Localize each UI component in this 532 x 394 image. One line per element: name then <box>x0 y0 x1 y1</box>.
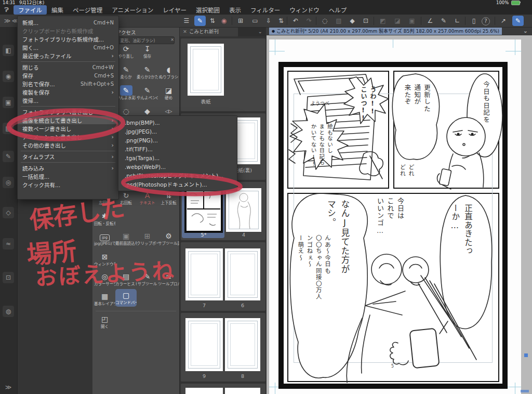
menu-item-batch-process[interactable]: 一括処理... <box>18 172 118 180</box>
menu-item-new[interactable]: 新規...Cmd+N <box>18 18 118 27</box>
selection-launcher-icon[interactable]: ◌ <box>319 16 330 26</box>
tool-icon-5[interactable]: ✎ <box>3 151 14 162</box>
expand-selection-icon[interactable]: ◪ <box>392 16 403 26</box>
qa-clipboard[interactable]: ⊞ クリップボー <box>137 231 158 246</box>
menu-animation[interactable]: アニメーション <box>112 6 153 14</box>
page-thumbnail-8[interactable] <box>225 318 260 371</box>
tab-chevron-down-icon[interactable]: ⌄ <box>258 27 262 36</box>
page-thumbnail-4[interactable] <box>226 188 261 232</box>
menu-view[interactable]: 表示 <box>229 6 241 14</box>
tool-switch-chevrons-icon[interactable]: ⇅ <box>207 16 218 26</box>
page-thumbnail[interactable] <box>185 388 223 394</box>
menu-file[interactable]: ファイル <box>14 5 47 15</box>
qa-open[interactable]: ◰ 開く <box>94 314 115 330</box>
document-tab[interactable]: ✕こみとれ新刊 <box>180 27 238 36</box>
menu-item-save[interactable]: 保存Cmd+S <box>18 71 118 80</box>
correct-line-icon[interactable]: ✎ <box>438 16 449 26</box>
qa-save[interactable]: ↧ 保存 <box>137 44 158 59</box>
document-title[interactable]: ● こみとれ新刊* 5/20 (A4 210.00 x 297.00mm 製本サ… <box>269 28 502 35</box>
submenu-item-webp[interactable]: .webp(WebP)... <box>118 162 237 171</box>
vector-line-icon[interactable]: ∟ <box>451 16 463 26</box>
redo-icon[interactable]: ↷ <box>303 16 315 26</box>
qa-bucket[interactable]: ◆ <box>137 106 158 116</box>
tool-icon-10[interactable]: ◍ <box>3 306 14 317</box>
menu-item-revert[interactable]: 復帰... <box>18 96 118 104</box>
menu-filter[interactable]: フィルター <box>250 6 280 14</box>
tool-icon-8[interactable]: ≈ <box>3 238 14 249</box>
corner-collapse-icon[interactable]: ≫ <box>3 382 14 393</box>
qa-eraser-hard[interactable]: ◪ 硬め <box>158 85 179 101</box>
tool-icon-7[interactable]: ◇ <box>3 207 14 218</box>
menu-window[interactable]: ウィンドウ <box>289 6 320 14</box>
open-folder-icon[interactable]: ▭ <box>249 16 261 26</box>
menu-item-export-flattened[interactable]: 画像を統合して書き出し› <box>18 116 118 124</box>
menu-item-export-other[interactable]: その他の書き出し› <box>18 141 118 149</box>
menu-item-recent-files[interactable]: 最近使ったファイル› <box>18 51 118 60</box>
menu-item-save-as[interactable]: 別名で保存...Shift+Opt+S <box>18 80 118 88</box>
qa-flip-vertical[interactable]: ⇅ 上下反転 <box>158 190 179 206</box>
qa-command-bar-selected[interactable]: ▢ コマンドバー <box>115 289 137 307</box>
decoration-brush-icon[interactable]: ◉ <box>218 16 230 26</box>
tool-icon-9[interactable]: ⊡ <box>3 272 14 283</box>
hamburger-icon[interactable]: ☰ <box>181 16 192 26</box>
submenu-item-bmp[interactable]: .bmp(BMP)... <box>118 118 237 127</box>
companion-device-icon[interactable]: ▯ <box>468 16 480 26</box>
edit-commandbar-icon[interactable]: ✎ <box>512 16 524 26</box>
search-clear-icon[interactable]: ✕ <box>170 37 174 42</box>
tool-icon-6[interactable]: ◎ <box>3 177 14 188</box>
page-thumbnail-9[interactable] <box>185 318 223 371</box>
ruler-icon[interactable]: ∠ <box>424 16 436 26</box>
menu-item-export-animation[interactable]: アニメーション書き出し› <box>18 133 118 141</box>
new-page-icon[interactable]: ⊞ <box>235 16 246 26</box>
qa-subtool-detail[interactable]: ⚙ サブツール詳 <box>158 231 179 246</box>
page-thumbnail-7[interactable] <box>185 248 223 300</box>
undo-icon[interactable]: ↶ <box>290 16 301 26</box>
help-icon[interactable]: ? <box>482 17 490 25</box>
qa-basic-layout[interactable]: ▦ 基本レイアウ <box>94 291 115 307</box>
invert-selection-icon[interactable]: ◩ <box>377 16 389 26</box>
page-thumbnail-6[interactable] <box>225 248 260 300</box>
menu-item-quick-share[interactable]: クイック共有... <box>18 180 118 189</box>
tool-icon-4[interactable]: ▤ <box>3 123 14 134</box>
menu-item-close[interactable]: 閉じるCmd+W <box>18 63 118 71</box>
deselect-icon[interactable]: ▧ <box>333 16 344 26</box>
qa-export-jpg[interactable]: jpg jpg(JPEG)で <box>94 231 115 246</box>
fullscreen-icon[interactable]: ↗ <box>498 16 509 26</box>
selection-border-icon[interactable]: ▣ <box>406 16 418 26</box>
menu-item-new-from-photo-library[interactable]: フォトライブラリから新規作成... <box>18 35 118 43</box>
tab-close-icon[interactable]: ✕ <box>183 29 187 34</box>
menu-selection[interactable]: 選択範囲 <box>196 6 220 14</box>
menu-item-save-duplicate[interactable]: 複製を保存› <box>18 88 118 96</box>
menu-item-new-from-clipboard[interactable]: クリップボードから新規作成 <box>18 27 118 35</box>
qa-pen-c[interactable]: ✎ やんよペンC <box>137 85 158 101</box>
menu-help[interactable]: ヘルプ <box>329 6 347 14</box>
export-chevrons-icon[interactable]: ⇅ <box>275 16 287 26</box>
menu-item-open[interactable]: 開く...Cmd+O <box>18 43 118 51</box>
menu-edit[interactable]: 編集 <box>51 6 63 14</box>
menu-item-export-photo-library[interactable]: フォトライブラリへ書き出し <box>18 108 118 116</box>
menu-layer[interactable]: レイヤー <box>163 6 187 14</box>
submenu-item-tif[interactable]: .tif(TIFF)... <box>118 145 237 153</box>
crop-icon[interactable]: ⊡ <box>360 16 371 26</box>
submenu-item-psb[interactable]: .psb(Photoshopビッグドキュメント)... <box>118 171 237 180</box>
menu-item-timelapse[interactable]: タイムラプス› <box>18 152 118 161</box>
submenu-item-jpg[interactable]: .jpg(JPEG)... <box>118 127 237 136</box>
qa-mirror[interactable]: ◁▷ <box>158 106 179 116</box>
tool-icon-1[interactable]: ◧ <box>3 45 14 56</box>
qa-brush-soft2[interactable]: ✎ 柔らか2かた <box>137 64 158 80</box>
menu-page-manage[interactable]: ページ管理 <box>73 6 102 14</box>
pen-tool-icon[interactable]: ✎ <box>194 16 206 26</box>
fill-bucket-icon[interactable]: ◆ <box>347 16 358 26</box>
page-thumbnail-cover[interactable] <box>188 44 224 96</box>
tool-icon-3[interactable]: ▣ <box>3 97 14 108</box>
submenu-item-png[interactable]: .png(PNG)... <box>118 136 237 145</box>
menu-item-import[interactable]: 読み込み› <box>18 164 118 172</box>
menu-item-export-multiple-pages[interactable]: 複数ページ書き出し› <box>18 124 118 133</box>
title-chevron-down-icon[interactable]: ⌄ <box>523 27 528 35</box>
app-logo-icon[interactable]: Ɂ <box>4 6 9 14</box>
page-thumbnail-5[interactable] <box>184 187 223 233</box>
guide-handle[interactable] <box>524 353 528 357</box>
qa-paint-brush[interactable]: ◖ ぬりブラシ <box>158 64 179 80</box>
submenu-item-tga[interactable]: .tga(Targa)... <box>118 153 237 162</box>
page-thumbnail[interactable] <box>225 388 260 394</box>
